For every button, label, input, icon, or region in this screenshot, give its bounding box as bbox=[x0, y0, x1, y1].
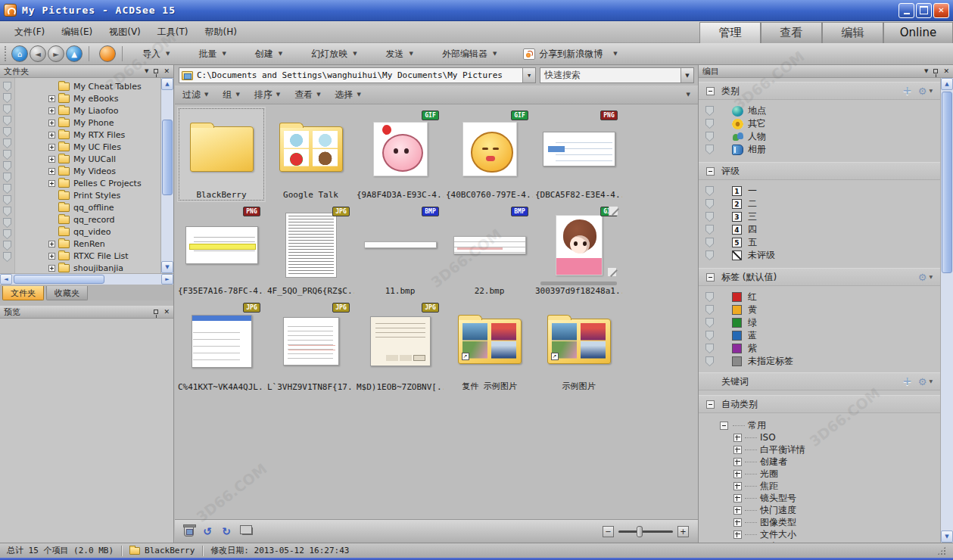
tag-shield-icon[interactable] bbox=[705, 212, 714, 222]
sort-dropdown[interactable]: 排序 bbox=[254, 89, 280, 101]
tag-shield-icon[interactable] bbox=[3, 82, 11, 92]
panel-splitter[interactable] bbox=[0, 300, 173, 306]
external-editor-dropdown[interactable]: 外部编辑器 bbox=[433, 48, 506, 61]
folder-tree-item[interactable]: shoujibanjia bbox=[15, 262, 160, 273]
tag-shield-icon[interactable] bbox=[705, 356, 714, 366]
tag-shield-icon[interactable] bbox=[3, 195, 11, 205]
rating-item[interactable]: 4四 bbox=[699, 223, 940, 236]
file-thumbnail[interactable]: BMP 22.bmp bbox=[445, 203, 534, 298]
menu-tools[interactable]: 工具(T) bbox=[149, 22, 197, 42]
tag-shield-icon[interactable] bbox=[3, 104, 11, 114]
delete-icon[interactable] bbox=[181, 524, 196, 538]
tag-shield-icon[interactable] bbox=[705, 318, 714, 328]
tag-shield-icon[interactable] bbox=[705, 238, 714, 247]
collapse-icon[interactable] bbox=[706, 400, 715, 409]
rating-item[interactable]: 未评级 bbox=[699, 249, 940, 262]
scroll-down-icon[interactable]: ▼ bbox=[941, 530, 953, 543]
file-thumbnail[interactable]: ↗ 复件 示例图片 bbox=[445, 299, 534, 394]
back-icon[interactable]: ◄ bbox=[30, 45, 46, 62]
scroll-up-icon[interactable]: ▲ bbox=[161, 78, 173, 90]
expand-icon[interactable] bbox=[48, 132, 55, 138]
close-button[interactable]: ✕ bbox=[933, 3, 949, 18]
scrollbar-thumb[interactable] bbox=[942, 92, 952, 273]
add-icon[interactable]: + bbox=[902, 86, 912, 97]
file-thumbnail[interactable]: JPG 4F_5QO_PRQ6{RZ$C... bbox=[266, 203, 355, 298]
pin-icon[interactable] bbox=[154, 69, 158, 73]
auto-category-item[interactable]: 镜头型号 bbox=[699, 492, 940, 504]
folder-tree-item[interactable]: My UC Files bbox=[15, 141, 160, 153]
file-thumbnail[interactable]: BMP 11.bmp bbox=[356, 203, 444, 298]
address-dropdown-icon[interactable] bbox=[522, 68, 535, 82]
expand-icon[interactable] bbox=[733, 458, 742, 466]
rating-item[interactable]: 1一 bbox=[699, 185, 940, 198]
tag-shield-icon[interactable] bbox=[705, 305, 714, 315]
tag-shield-icon[interactable] bbox=[3, 150, 11, 160]
tab-online[interactable]: Online bbox=[883, 22, 953, 43]
expand-icon[interactable] bbox=[733, 506, 742, 515]
folder-tree-item[interactable]: Print Styles bbox=[15, 189, 160, 201]
tag-shield-icon[interactable] bbox=[3, 184, 11, 194]
file-thumbnail[interactable]: ↗ 示例图片 bbox=[534, 299, 623, 394]
auto-category-item[interactable]: 光圈 bbox=[699, 468, 940, 480]
rotate-left-icon[interactable]: ↺ bbox=[200, 524, 215, 538]
scrollbar-thumb[interactable] bbox=[162, 120, 173, 195]
collapse-icon[interactable] bbox=[706, 167, 715, 176]
menu-help[interactable]: 帮助(H) bbox=[197, 22, 245, 42]
zoom-in-button[interactable]: + bbox=[677, 526, 689, 537]
tag-shield-icon[interactable] bbox=[705, 225, 714, 235]
expand-icon[interactable] bbox=[48, 107, 55, 114]
batch-dropdown[interactable]: 批量 bbox=[189, 48, 235, 61]
file-thumbnail[interactable]: JPG C%41KXT~VK4A4QJL... bbox=[177, 299, 266, 394]
filter-dropdown[interactable]: 过滤 bbox=[182, 89, 208, 101]
pin-icon[interactable] bbox=[933, 69, 938, 73]
menu-file[interactable]: 文件(F) bbox=[6, 22, 53, 42]
panel-menu-icon[interactable]: ▼ bbox=[924, 68, 928, 74]
tag-shield-icon[interactable] bbox=[3, 138, 11, 148]
folder-tree-item[interactable]: My UUCall bbox=[15, 153, 160, 165]
menu-view[interactable]: 视图(V) bbox=[101, 22, 149, 42]
tag-shield-icon[interactable] bbox=[705, 186, 714, 196]
folder-tree-item[interactable]: qq_record bbox=[15, 213, 160, 226]
resize-grip[interactable] bbox=[937, 546, 946, 555]
folder-tree-item[interactable]: RenRen bbox=[15, 238, 160, 250]
folder-tree-item[interactable]: My Videos bbox=[15, 165, 160, 177]
gear-icon[interactable]: ⚙ bbox=[918, 272, 933, 282]
panel-menu-icon[interactable]: ▼ bbox=[145, 68, 148, 74]
folder-tree-item[interactable]: qq_offline bbox=[15, 201, 160, 213]
folder-tree-item[interactable]: My eBooks bbox=[15, 92, 160, 104]
tag-shield-icon[interactable] bbox=[705, 119, 714, 129]
label-item[interactable]: 黄 bbox=[699, 303, 940, 316]
labels-section-header[interactable]: 标签 (默认值) ⚙ bbox=[699, 268, 940, 286]
tag-shield-icon[interactable] bbox=[3, 127, 11, 137]
compare-icon[interactable] bbox=[238, 524, 253, 538]
auto-category-item[interactable]: ISO bbox=[699, 431, 940, 443]
label-item[interactable]: 未指定标签 bbox=[699, 355, 940, 368]
file-thumbnail[interactable]: GIF {40BC0760-797E-4... bbox=[445, 107, 534, 202]
slideshow-dropdown[interactable]: 幻灯放映 bbox=[302, 48, 366, 61]
categories-section-header[interactable]: 类别 + ⚙ bbox=[699, 82, 940, 100]
minimize-button[interactable] bbox=[898, 3, 914, 18]
auto-category-item[interactable]: 白平衡详情 bbox=[699, 443, 940, 456]
folder-tree-item[interactable]: Pelles C Projects bbox=[15, 177, 160, 189]
zoom-slider-handle[interactable] bbox=[637, 526, 643, 537]
tag-shield-icon[interactable] bbox=[705, 106, 714, 116]
file-thumbnail[interactable]: JPG L`3VHZ9V1TN8F{17... bbox=[266, 299, 355, 394]
folder-tree-item[interactable]: qq_video bbox=[15, 226, 160, 238]
tag-shield-icon[interactable] bbox=[705, 292, 714, 302]
tag-shield-icon[interactable] bbox=[705, 250, 714, 260]
view-dropdown[interactable]: 查看 bbox=[294, 89, 320, 101]
menu-edit[interactable]: 编辑(E) bbox=[53, 22, 101, 42]
auto-category-item[interactable]: 图像类型 bbox=[699, 516, 940, 528]
category-item[interactable]: 相册 bbox=[699, 143, 940, 156]
zoom-slider[interactable] bbox=[618, 530, 673, 533]
home-icon[interactable]: ⌂ bbox=[11, 45, 28, 62]
auto-category-group[interactable]: 常用 bbox=[699, 419, 940, 431]
gear-icon[interactable]: ⚙ bbox=[918, 377, 933, 387]
expand-icon[interactable] bbox=[48, 144, 55, 151]
folder-tree-item[interactable]: My Liaofoo bbox=[15, 104, 160, 117]
expand-icon[interactable] bbox=[48, 180, 55, 187]
tab-favorites[interactable]: 收藏夹 bbox=[46, 286, 88, 300]
quick-search-input[interactable]: 快速搜索 bbox=[540, 67, 694, 83]
expand-icon[interactable] bbox=[48, 156, 55, 163]
send-dropdown[interactable]: 发送 bbox=[377, 48, 422, 61]
